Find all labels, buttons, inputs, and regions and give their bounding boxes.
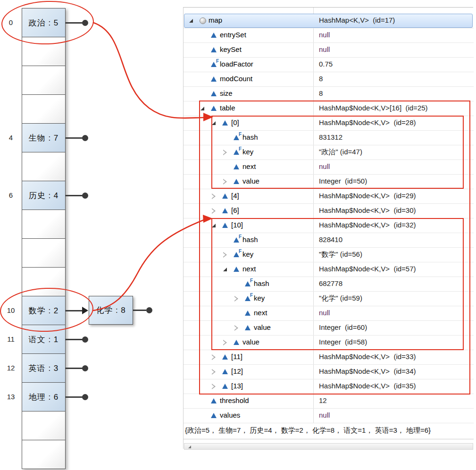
- tree-row[interactable]: Fkey"数学" (id=56): [184, 248, 474, 262]
- variable-value: 828410: [319, 235, 342, 243]
- variable-name: [6]: [231, 206, 239, 214]
- variable-value: HashMap$Node<K,V> (id=32): [319, 221, 416, 229]
- tree-row[interactable]: threshold12: [184, 394, 474, 409]
- collapsed-toggle-icon[interactable]: [223, 150, 227, 155]
- pointer-line: [66, 137, 83, 139]
- collapsed-toggle-icon[interactable]: [212, 193, 216, 199]
- pointer-dot: [146, 307, 152, 313]
- pointer-line: [66, 339, 83, 340]
- variable-value: null: [319, 31, 330, 39]
- field-icon: [222, 193, 228, 199]
- tree-row[interactable]: valueInteger (id=58): [184, 336, 474, 350]
- collapsed-toggle-icon[interactable]: [212, 208, 216, 214]
- tree-row[interactable]: valuesnull: [184, 409, 474, 423]
- expanded-toggle-icon[interactable]: [189, 19, 193, 23]
- tree-row[interactable]: valueInteger (id=60): [184, 321, 474, 336]
- chained-node-box: 化学 : 8: [89, 296, 133, 325]
- variable-value: HashMap$Node<K,V> (id=57): [319, 265, 416, 273]
- tree-row[interactable]: [12]HashMap$Node<K,V> (id=34): [184, 365, 474, 379]
- variable-name: modCount: [220, 75, 252, 83]
- variable-name: hash: [254, 279, 269, 287]
- variables-tree: mapHashMap<K,V> (id=17)entrySetnullkeySe…: [184, 14, 474, 423]
- collapsed-toggle-icon[interactable]: [223, 340, 227, 345]
- variable-value: Integer (id=60): [319, 323, 367, 331]
- variables-panel: mapHashMap<K,V> (id=17)entrySetnullkeySe…: [183, 7, 473, 449]
- array-cell: [22, 66, 66, 95]
- field-icon: [211, 91, 217, 96]
- tree-row[interactable]: Fhash682778: [184, 277, 474, 292]
- variable-value: null: [319, 411, 330, 419]
- expanded-toggle-icon[interactable]: [212, 224, 216, 227]
- tree-row[interactable]: size8: [184, 87, 474, 101]
- tree-row[interactable]: [10]HashMap$Node<K,V> (id=32): [184, 218, 474, 233]
- field-icon: [234, 340, 239, 345]
- variable-value: Integer (id=50): [319, 177, 367, 185]
- expanded-toggle-icon[interactable]: [212, 121, 216, 125]
- expanded-toggle-icon[interactable]: [200, 107, 204, 110]
- pointer-dot: [82, 365, 88, 371]
- index-label: 13: [3, 393, 19, 401]
- tree-row[interactable]: [11]HashMap$Node<K,V> (id=33): [184, 350, 474, 365]
- tree-row[interactable]: valueInteger (id=50): [184, 175, 474, 189]
- collapsed-toggle-icon[interactable]: [223, 252, 227, 258]
- tree-row[interactable]: FloadFactor0.75: [184, 58, 474, 72]
- detail-text: {政治=5， 生物=7， 历史=4， 数学=2， 化学=8， 语文=1， 英语=…: [185, 426, 431, 434]
- array-cell: [22, 440, 66, 469]
- tree-row[interactable]: nextnull: [184, 306, 474, 321]
- field-icon: [211, 47, 217, 52]
- scrollbar-grip-icon: [188, 445, 191, 448]
- collapsed-toggle-icon[interactable]: [212, 369, 216, 375]
- pointer-dot: [82, 394, 88, 400]
- collapsed-toggle-icon[interactable]: [212, 384, 216, 389]
- horizontal-scrollbar[interactable]: [184, 443, 473, 450]
- variable-name: values: [220, 411, 240, 419]
- pointer-dot: [82, 20, 88, 26]
- field-icon: [245, 325, 251, 330]
- pointer-line: [66, 195, 83, 196]
- variable-value: HashMap$Node<K,V>[16] (id=25): [319, 104, 428, 112]
- detail-pane[interactable]: {政治=5， 生物=7， 历史=4， 数学=2， 化学=8， 语文=1， 英语=…: [184, 423, 474, 439]
- tree-row[interactable]: Fkey"政治" (id=47): [184, 145, 474, 160]
- collapsed-toggle-icon[interactable]: [234, 325, 238, 331]
- variable-name: key: [242, 250, 253, 258]
- pointer-line: [66, 396, 83, 398]
- variable-name: [4]: [231, 192, 239, 200]
- tree-row[interactable]: modCount8: [184, 72, 474, 87]
- tree-row[interactable]: [4]HashMap$Node<K,V> (id=29): [184, 189, 474, 204]
- variable-name: [0]: [231, 118, 239, 126]
- tree-row[interactable]: Fhash828410: [184, 233, 474, 248]
- final-modifier-icon: F: [239, 132, 242, 137]
- expanded-toggle-icon[interactable]: [223, 268, 227, 271]
- collapsed-toggle-icon[interactable]: [223, 179, 227, 185]
- tree-row[interactable]: nextnull: [184, 160, 474, 175]
- tree-row[interactable]: Fkey"化学" (id=59): [184, 292, 474, 306]
- final-modifier-icon: F: [250, 278, 253, 283]
- variable-name: value: [242, 338, 259, 346]
- variable-value: HashMap$Node<K,V> (id=30): [319, 206, 416, 214]
- tree-row[interactable]: mapHashMap<K,V> (id=17): [184, 14, 474, 28]
- tree-row[interactable]: keySetnull: [184, 43, 474, 58]
- tree-row[interactable]: tableHashMap$Node<K,V>[16] (id=25): [184, 101, 474, 116]
- tree-row[interactable]: [6]HashMap$Node<K,V> (id=30): [184, 204, 474, 218]
- tree-row[interactable]: [0]HashMap$Node<K,V> (id=28): [184, 116, 474, 131]
- final-modifier-icon: F: [250, 293, 253, 298]
- variable-name: [11]: [231, 352, 242, 361]
- variable-value: HashMap$Node<K,V> (id=35): [319, 382, 416, 390]
- collapsed-toggle-icon[interactable]: [234, 296, 238, 302]
- variable-value: null: [319, 45, 330, 53]
- collapsed-toggle-icon[interactable]: [212, 354, 216, 360]
- index-label: 0: [3, 18, 19, 26]
- tree-row[interactable]: entrySetnull: [184, 28, 474, 43]
- chain-arrowhead-icon: [82, 307, 88, 314]
- tree-row[interactable]: nextHashMap$Node<K,V> (id=57): [184, 262, 474, 277]
- tree-row[interactable]: Fhash831312: [184, 131, 474, 145]
- field-icon: [245, 311, 251, 316]
- field-icon: [234, 164, 239, 169]
- variable-value: null: [319, 309, 330, 317]
- variable-value: HashMap<K,V> (id=17): [319, 16, 395, 24]
- variable-name: [12]: [231, 367, 243, 375]
- tree-row[interactable]: [13]HashMap$Node<K,V> (id=35): [184, 379, 474, 394]
- field-icon: [211, 413, 217, 418]
- index-label: 11: [3, 335, 19, 343]
- array-cell: 英语 : 3: [22, 353, 66, 383]
